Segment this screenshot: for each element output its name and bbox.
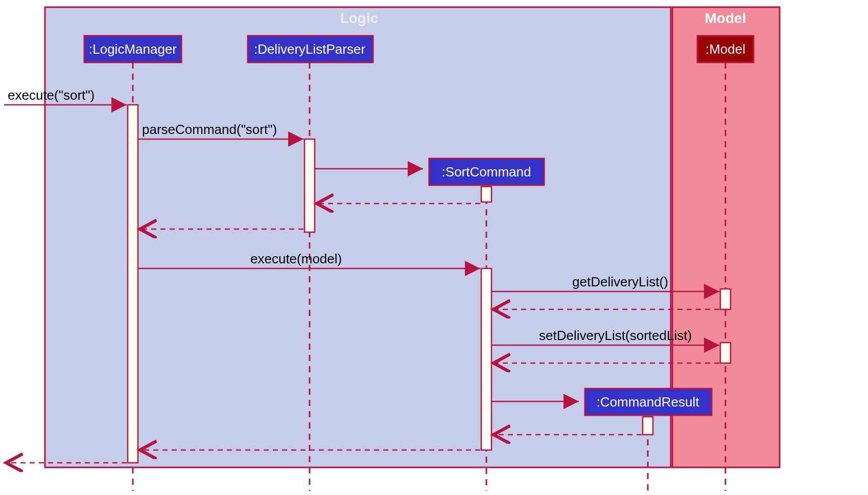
participant-sort-command-label: :SortCommand [442,164,531,179]
activation-command-result [643,417,653,435]
msg-set-delivery-list-text: setDeliveryList(sortedList) [539,328,692,343]
frame-logic-title: Logic [340,10,379,26]
sequence-diagram: Logic Model :LogicManager :DeliveryListP… [0,0,868,495]
activation-sort-command-create [481,187,491,202]
activation-model-get [720,289,731,309]
frame-model-title: Model [705,10,746,26]
msg-execute-sort-text: execute("sort") [8,87,95,103]
msg-get-delivery-list-text: getDeliveryList() [572,274,668,289]
msg-parse-command-text: parseCommand("sort") [142,122,277,137]
frame-logic [45,7,671,467]
participant-logic-manager-label: :LogicManager [89,41,177,57]
activation-sort-command-exec [481,268,491,450]
activation-delivery-list-parser [304,139,315,232]
msg-execute-model-text: execute(model) [250,251,342,266]
participant-command-result-label: :CommandResult [597,394,700,410]
activation-logic-manager [128,105,138,463]
activation-model-set [720,343,731,363]
participant-delivery-list-parser-label: :DeliveryListParser [254,41,366,57]
participant-model-label: :Model [706,41,745,57]
